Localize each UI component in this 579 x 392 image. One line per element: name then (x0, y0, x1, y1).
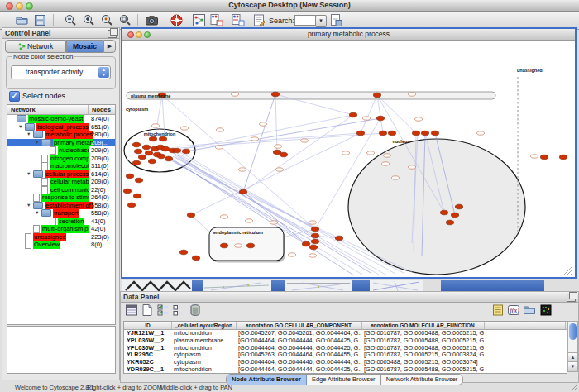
float-panel-icon[interactable] (108, 30, 117, 38)
network-tree-item[interactable]: secretion41(0) (7, 218, 115, 226)
gene-node[interactable] (239, 189, 246, 194)
gene-node[interactable] (123, 189, 131, 194)
gene-node[interactable] (349, 112, 356, 117)
background-window-preview[interactable] (203, 280, 271, 292)
column-header[interactable]: _cellularLayoutRegion (171, 322, 237, 329)
delete-attribute-trash-icon[interactable] (189, 304, 202, 317)
gene-node[interactable] (311, 233, 318, 238)
gene-node[interactable] (173, 148, 180, 153)
table-row[interactable]: YLR295Ccytoplasm[GO:0045263, GO:0044464,… (124, 351, 567, 359)
table-row[interactable]: YPL036W__1mitochondrion[GO:0044464, GO:0… (124, 345, 567, 352)
gene-node[interactable] (134, 149, 141, 154)
gene-node[interactable] (148, 159, 156, 164)
gene-node-outline[interactable] (260, 122, 267, 126)
gene-node[interactable] (187, 213, 194, 218)
column-header[interactable]: annotation.GO MOLECULAR_FUNCTION (361, 322, 485, 329)
tab-network[interactable]: Network (5, 40, 66, 53)
background-window-preview[interactable] (285, 280, 352, 292)
gene-node[interactable] (182, 149, 189, 154)
network-tree-item[interactable]: mosaic-demo-yeast874(0) (7, 115, 115, 123)
edge[interactable] (377, 95, 383, 133)
gene-node[interactable] (273, 150, 280, 155)
gene-node[interactable] (127, 203, 135, 208)
scroll-down-icon[interactable]: ▼ (568, 361, 577, 371)
gene-node-outline[interactable] (301, 139, 309, 142)
gene-node[interactable] (309, 245, 317, 250)
gene-node[interactable] (431, 131, 438, 136)
background-window-edge[interactable] (352, 280, 370, 291)
tree-header[interactable]: Network Nodes (7, 105, 115, 115)
gene-node[interactable] (446, 220, 453, 225)
gene-node[interactable] (179, 250, 187, 255)
edge[interactable] (377, 95, 416, 133)
gene-node-outline[interactable] (392, 176, 400, 179)
table-row[interactable]: YDR039C__1mitochondrion[GO:0044464, GO:0… (124, 366, 567, 374)
select-attributes-icon[interactable] (156, 304, 170, 317)
attribute-function-icon[interactable]: f(x) (507, 304, 520, 317)
gene-node-outline[interactable] (409, 93, 416, 96)
gene-node[interactable] (335, 236, 342, 241)
expander-icon[interactable]: ▼ (26, 202, 33, 210)
network-tree-item[interactable]: cellular metabo209(0) (7, 178, 115, 186)
network-canvas[interactable]: plasma membranecytoplasmmitochondrionnuc… (122, 41, 575, 277)
gene-node[interactable] (133, 194, 141, 198)
gene-node[interactable] (376, 116, 384, 121)
attribute-list-notes-icon[interactable] (491, 304, 505, 317)
gene-node-outline[interactable] (409, 165, 416, 169)
gene-node[interactable] (421, 131, 428, 136)
network-tree-item[interactable]: ▼primary metabo209(... (7, 139, 115, 147)
gene-node[interactable] (165, 156, 172, 161)
expander-icon[interactable]: ▼ (26, 131, 33, 139)
column-header[interactable]: annotation.GO CELLULAR_COMPONENT (236, 322, 362, 329)
background-window-preview[interactable] (122, 280, 192, 292)
gene-node-outline[interactable] (276, 168, 284, 171)
window-resize-grip[interactable] (570, 383, 578, 391)
background-window-edge[interactable] (271, 280, 285, 291)
table-row[interactable]: YKR052Ccytoplasm[GO:0044464, GO:0044446,… (124, 359, 567, 366)
table-row[interactable]: YJR121W__1mitochondrion[GO:0045267, GO:0… (124, 330, 567, 337)
table-scrollbar[interactable]: ▲ ▼ (567, 321, 578, 372)
expander-icon[interactable]: ▼ (35, 209, 41, 218)
gene-node-outline[interactable] (221, 215, 228, 218)
network-tree-item[interactable]: cell communicat22(0) (7, 186, 115, 194)
gene-node-outline[interactable] (415, 117, 423, 121)
table-row[interactable]: YPL036W__2plasma membrane[GO:0044464, GO… (124, 337, 567, 345)
annotation-form-icon[interactable] (252, 13, 266, 27)
network-tree-item[interactable]: multi-organism pro42(0) (7, 225, 115, 233)
snapshot-camera-icon[interactable] (145, 13, 159, 27)
scrollbar-thumb[interactable] (569, 323, 577, 340)
gene-node[interactable] (379, 131, 386, 136)
select-nodes-checkbox[interactable]: ✓ (9, 91, 20, 102)
column-divider[interactable] (88, 105, 89, 114)
attribute-matrix-icon[interactable] (539, 304, 553, 317)
import-attributes-folder-icon[interactable] (523, 304, 536, 317)
gene-node-outline[interactable] (382, 162, 390, 165)
gene-node-outline[interactable] (309, 221, 317, 224)
gene-node[interactable] (157, 154, 165, 159)
new-attribute-document-icon[interactable] (141, 304, 154, 317)
gene-node-outline[interactable] (152, 124, 160, 127)
expander-icon[interactable]: ▼ (35, 139, 41, 147)
gene-node[interactable] (145, 151, 152, 155)
network-tree-item[interactable]: ▼establishment of lo558(0) (7, 202, 115, 210)
gene-node-outline[interactable] (342, 151, 350, 155)
gene-node-outline[interactable] (275, 145, 282, 148)
background-window-edge[interactable] (441, 280, 544, 291)
gene-node[interactable] (311, 227, 318, 232)
gene-node[interactable] (451, 213, 458, 218)
gene-node[interactable] (132, 142, 140, 147)
zoom-selected-icon[interactable] (100, 13, 114, 27)
edge[interactable] (275, 94, 277, 152)
background-window-preview[interactable] (370, 280, 423, 292)
network-tree-item[interactable]: ▼metabolic process280(0) (7, 131, 115, 139)
view-resize-grip[interactable] (571, 273, 572, 275)
gene-node[interactable] (138, 155, 146, 160)
gene-node[interactable] (271, 92, 279, 97)
zoom-out-icon[interactable] (64, 13, 78, 27)
gene-node-outline[interactable] (531, 155, 538, 158)
gene-node-outline[interactable] (251, 137, 259, 141)
gene-node[interactable] (540, 155, 548, 160)
gene-node-outline[interactable] (309, 254, 317, 257)
zoom-fit-icon[interactable] (118, 13, 132, 27)
help-lifering-icon[interactable] (170, 13, 184, 27)
